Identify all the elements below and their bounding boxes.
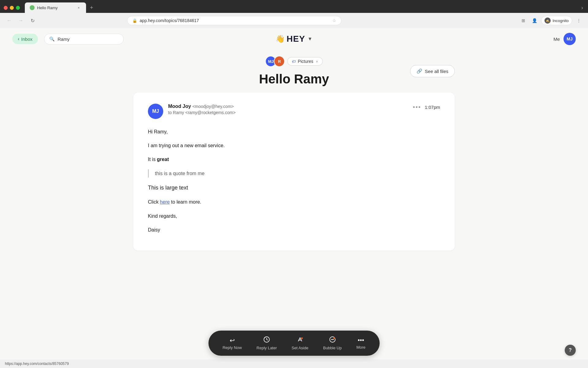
email-link[interactable]: here	[160, 199, 170, 205]
more-icon: •••	[358, 337, 364, 344]
lock-icon: 🔒	[132, 18, 137, 23]
svg-point-6	[333, 339, 334, 340]
email-closing: Kind regards,	[148, 212, 440, 220]
hey-logo[interactable]: 👋 HEY ▼	[276, 34, 312, 44]
refresh-button[interactable]: ↻	[28, 16, 37, 25]
bottom-toolbar: ↩ Reply Now Reply Later Set Aside	[209, 331, 380, 356]
tab-favicon-icon	[30, 5, 35, 10]
new-tab-button[interactable]: +	[87, 3, 96, 12]
email-more-button[interactable]: •••	[413, 104, 421, 111]
tag-icon: 🏷	[292, 59, 296, 64]
email-line4: Click here to learn more.	[148, 198, 440, 206]
reply-later-label: Reply Later	[257, 346, 277, 350]
tag-pill[interactable]: 🏷 Pictures ×	[287, 57, 322, 66]
help-button[interactable]: ?	[565, 345, 576, 356]
incognito-label: Incognito	[552, 18, 569, 23]
blockquote-text: this is a quote from me	[155, 171, 205, 176]
back-to-inbox-button[interactable]: ‹ Inbox	[12, 34, 38, 44]
paperclip-icon: 🔗	[417, 68, 422, 74]
email-time: 1:07pm	[425, 105, 440, 110]
app: ‹ Inbox 🔍 👋 HEY ▼ Me MJ MJ R �	[0, 28, 588, 368]
close-window-button[interactable]	[4, 6, 8, 10]
back-label: Inbox	[21, 36, 32, 42]
thread-participants: MJ R 🏷 Pictures ×	[265, 56, 322, 67]
back-button[interactable]: ←	[5, 16, 13, 25]
set-aside-label: Set Aside	[292, 346, 308, 350]
thread-title: Hello Ramy	[259, 72, 329, 86]
recipient-line: to Ramy <ramy@rocketgems.com>	[168, 110, 236, 115]
sender-email: <moodjoy@hey.com>	[192, 104, 234, 109]
tab-bar-chevron[interactable]: ›	[580, 3, 584, 12]
logo-chevron-icon: ▼	[307, 36, 312, 42]
tag-label: Pictures	[298, 59, 313, 64]
profile-button[interactable]: 👤	[530, 16, 539, 25]
email-meta: ••• 1:07pm	[413, 104, 440, 111]
participant-avatar-r: R	[274, 56, 285, 67]
browser-chrome: Hello Ramy × + › ← → ↻ 🔒 app.hey.com/top…	[0, 0, 588, 28]
email-header: MJ Mood Joy <moodjoy@hey.com> to Ramy <r…	[148, 104, 440, 119]
tab-title: Hello Ramy	[37, 6, 74, 10]
email-greeting: Hi Ramy,	[148, 128, 440, 136]
more-button[interactable]: ••• More	[350, 334, 372, 352]
see-all-files-button[interactable]: 🔗 See all files	[410, 65, 455, 77]
tab-close-button[interactable]: ×	[76, 5, 81, 10]
email-line1: I am trying out a new email service.	[148, 141, 440, 150]
extensions-button[interactable]: ⊞	[519, 16, 528, 25]
reply-now-icon: ↩	[230, 337, 235, 344]
url-text: app.hey.com/topics/768184617	[140, 18, 330, 23]
sender-avatar: MJ	[148, 104, 163, 119]
tag-remove-button[interactable]: ×	[316, 59, 318, 64]
email-body: Hi Ramy, I am trying out a new email ser…	[148, 128, 440, 234]
browser-tab[interactable]: Hello Ramy ×	[25, 2, 86, 13]
logo-text: HEY	[287, 34, 305, 44]
top-nav: ‹ Inbox 🔍 👋 HEY ▼ Me MJ	[0, 28, 588, 50]
incognito-icon: 🕵	[545, 17, 551, 24]
search-bar[interactable]: 🔍	[44, 34, 124, 44]
email-line4-suffix: to learn more.	[170, 199, 201, 205]
svg-point-7	[333, 337, 335, 339]
sender-name-line: Mood Joy <moodjoy@hey.com>	[168, 104, 236, 109]
email-line4-prefix: Click	[148, 199, 160, 205]
bubble-up-icon	[329, 336, 336, 344]
address-bar: ← → ↻ 🔒 app.hey.com/topics/768184617 ☆ ⊞…	[0, 13, 588, 28]
svg-point-4	[331, 339, 332, 340]
email-line2: It is great	[148, 155, 440, 163]
email-blockquote: this is a quote from me	[148, 169, 440, 178]
search-input[interactable]	[58, 36, 119, 42]
bubble-up-button[interactable]: Bubble Up	[316, 334, 349, 353]
me-label: Me	[553, 36, 560, 42]
email-sender-info: MJ Mood Joy <moodjoy@hey.com> to Ramy <r…	[148, 104, 236, 119]
user-avatar[interactable]: MJ	[564, 33, 576, 45]
bookmark-icon[interactable]: ☆	[332, 18, 336, 23]
traffic-lights	[4, 6, 20, 10]
minimize-window-button[interactable]	[10, 6, 14, 10]
sender-name: Mood Joy	[168, 104, 191, 109]
reply-now-label: Reply Now	[223, 345, 242, 350]
reply-later-icon	[263, 336, 270, 344]
tab-bar: Hello Ramy × + ›	[0, 0, 588, 13]
reply-later-button[interactable]: Reply Later	[250, 334, 284, 353]
back-arrow-icon: ‹	[18, 36, 19, 42]
thread-header: MJ R 🏷 Pictures × Hello Ramy 🔗 See all f…	[133, 56, 455, 86]
browser-actions: ⊞ 👤 🕵 Incognito ⋮	[519, 16, 583, 25]
url-bar[interactable]: 🔒 app.hey.com/topics/768184617 ☆	[127, 16, 341, 25]
search-icon: 🔍	[49, 36, 55, 41]
menu-button[interactable]: ⋮	[575, 16, 583, 25]
set-aside-icon	[297, 336, 303, 344]
email-line2-prefix: It is	[148, 157, 157, 162]
status-bar: https://app.hey.com/contacts/85760579	[0, 359, 588, 368]
email-line2-bold: great	[157, 157, 169, 162]
incognito-badge[interactable]: 🕵 Incognito	[541, 16, 572, 25]
reply-now-button[interactable]: ↩ Reply Now	[216, 334, 249, 352]
see-all-files-label: See all files	[425, 69, 448, 74]
sender-details: Mood Joy <moodjoy@hey.com> to Ramy <ramy…	[168, 104, 236, 115]
forward-button[interactable]: →	[17, 16, 25, 25]
fullscreen-window-button[interactable]	[16, 6, 20, 10]
svg-point-5	[332, 339, 333, 340]
wave-icon: 👋	[276, 35, 285, 43]
more-label: More	[356, 345, 366, 350]
status-url: https://app.hey.com/contacts/85760579	[5, 362, 69, 366]
set-aside-button[interactable]: Set Aside	[285, 334, 315, 353]
email-signature: Daisy	[148, 226, 440, 234]
svg-point-2	[301, 337, 303, 339]
